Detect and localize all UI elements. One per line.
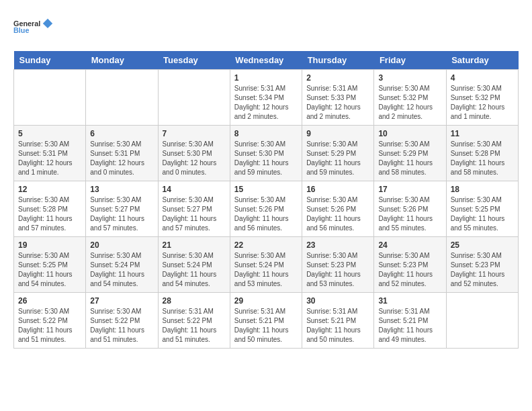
weekday-header: Monday [86,51,158,70]
calendar-cell: 15Sunrise: 5:30 AM Sunset: 5:26 PM Dayli… [230,181,302,237]
day-number: 15 [234,185,298,194]
weekday-header: Saturday [446,51,518,70]
day-info: Sunrise: 5:30 AM Sunset: 5:22 PM Dayligh… [90,307,153,345]
calendar-cell: 23Sunrise: 5:30 AM Sunset: 5:23 PM Dayli… [302,237,374,293]
calendar-cell: 4Sunrise: 5:30 AM Sunset: 5:32 PM Daylig… [446,70,518,126]
calendar-cell: 9Sunrise: 5:30 AM Sunset: 5:29 PM Daylig… [302,126,374,181]
day-info: Sunrise: 5:30 AM Sunset: 5:24 PM Dayligh… [90,251,153,289]
calendar-cell: 28Sunrise: 5:31 AM Sunset: 5:22 PM Dayli… [158,293,230,349]
day-number: 12 [18,185,81,194]
calendar-cell: 13Sunrise: 5:30 AM Sunset: 5:27 PM Dayli… [86,181,158,237]
day-number: 16 [306,185,369,194]
calendar-cell: 17Sunrise: 5:30 AM Sunset: 5:26 PM Dayli… [374,181,446,237]
calendar-cell: 2Sunrise: 5:31 AM Sunset: 5:33 PM Daylig… [302,70,374,126]
calendar-cell: 30Sunrise: 5:31 AM Sunset: 5:21 PM Dayli… [302,293,374,349]
day-info: Sunrise: 5:31 AM Sunset: 5:21 PM Dayligh… [234,307,298,345]
weekday-header: Tuesday [158,51,230,70]
calendar-week-row: 26Sunrise: 5:30 AM Sunset: 5:22 PM Dayli… [14,293,519,349]
day-info: Sunrise: 5:31 AM Sunset: 5:21 PM Dayligh… [378,307,441,345]
calendar-table: SundayMondayTuesdayWednesdayThursdayFrid… [13,51,519,349]
day-number: 19 [18,240,81,250]
day-info: Sunrise: 5:30 AM Sunset: 5:23 PM Dayligh… [451,251,514,289]
day-number: 5 [18,129,81,138]
calendar-cell: 27Sunrise: 5:30 AM Sunset: 5:22 PM Dayli… [86,293,158,349]
calendar-cell: 10Sunrise: 5:30 AM Sunset: 5:29 PM Dayli… [374,126,446,181]
calendar-body: 1Sunrise: 5:31 AM Sunset: 5:34 PM Daylig… [14,70,519,349]
calendar-cell: 3Sunrise: 5:30 AM Sunset: 5:32 PM Daylig… [374,70,446,126]
day-number: 20 [90,240,153,250]
day-info: Sunrise: 5:30 AM Sunset: 5:30 PM Dayligh… [234,140,298,177]
day-info: Sunrise: 5:30 AM Sunset: 5:29 PM Dayligh… [306,140,369,177]
day-number: 9 [306,129,369,138]
day-info: Sunrise: 5:30 AM Sunset: 5:23 PM Dayligh… [378,251,441,289]
calendar-cell: 20Sunrise: 5:30 AM Sunset: 5:24 PM Dayli… [86,237,158,293]
day-number: 31 [378,296,441,306]
calendar-cell: 5Sunrise: 5:30 AM Sunset: 5:31 PM Daylig… [14,126,86,181]
day-number: 28 [163,296,226,306]
day-info: Sunrise: 5:30 AM Sunset: 5:25 PM Dayligh… [18,251,81,289]
day-number: 8 [234,129,298,138]
page-header: General Blue [13,13,519,40]
calendar-cell: 11Sunrise: 5:30 AM Sunset: 5:28 PM Dayli… [446,126,518,181]
svg-text:Blue: Blue [13,26,29,34]
logo: General Blue [13,13,54,40]
calendar-cell: 6Sunrise: 5:30 AM Sunset: 5:31 PM Daylig… [86,126,158,181]
day-info: Sunrise: 5:31 AM Sunset: 5:22 PM Dayligh… [163,307,226,345]
day-number: 11 [451,129,514,138]
calendar-cell: 21Sunrise: 5:30 AM Sunset: 5:24 PM Dayli… [158,237,230,293]
calendar-cell [14,70,86,126]
day-info: Sunrise: 5:30 AM Sunset: 5:32 PM Dayligh… [378,84,441,122]
day-number: 17 [378,185,441,194]
day-number: 22 [234,240,298,250]
day-number: 7 [163,129,226,138]
day-number: 4 [451,73,514,83]
calendar-cell: 12Sunrise: 5:30 AM Sunset: 5:28 PM Dayli… [14,181,86,237]
day-number: 26 [18,296,81,306]
day-info: Sunrise: 5:30 AM Sunset: 5:27 PM Dayligh… [163,195,226,233]
calendar-cell: 24Sunrise: 5:30 AM Sunset: 5:23 PM Dayli… [374,237,446,293]
day-number: 27 [90,296,153,306]
logo-icon: General Blue [13,13,54,40]
day-number: 14 [163,185,226,194]
day-info: Sunrise: 5:30 AM Sunset: 5:26 PM Dayligh… [234,195,298,233]
day-number: 29 [234,296,298,306]
calendar-week-row: 12Sunrise: 5:30 AM Sunset: 5:28 PM Dayli… [14,181,519,237]
day-info: Sunrise: 5:30 AM Sunset: 5:26 PM Dayligh… [306,195,369,233]
calendar-week-row: 19Sunrise: 5:30 AM Sunset: 5:25 PM Dayli… [14,237,519,293]
day-info: Sunrise: 5:30 AM Sunset: 5:28 PM Dayligh… [18,195,81,233]
weekday-header: Sunday [14,51,86,70]
day-info: Sunrise: 5:30 AM Sunset: 5:31 PM Dayligh… [18,140,81,177]
day-number: 25 [451,240,514,250]
calendar-cell: 29Sunrise: 5:31 AM Sunset: 5:21 PM Dayli… [230,293,302,349]
day-number: 23 [306,240,369,250]
day-number: 21 [163,240,226,250]
day-number: 1 [234,73,298,83]
calendar-cell: 25Sunrise: 5:30 AM Sunset: 5:23 PM Dayli… [446,237,518,293]
day-info: Sunrise: 5:31 AM Sunset: 5:21 PM Dayligh… [306,307,369,345]
day-info: Sunrise: 5:30 AM Sunset: 5:22 PM Dayligh… [18,307,81,345]
day-number: 13 [90,185,153,194]
calendar-cell [86,70,158,126]
calendar-cell: 14Sunrise: 5:30 AM Sunset: 5:27 PM Dayli… [158,181,230,237]
day-info: Sunrise: 5:30 AM Sunset: 5:31 PM Dayligh… [90,140,153,177]
calendar-cell [158,70,230,126]
calendar-week-row: 5Sunrise: 5:30 AM Sunset: 5:31 PM Daylig… [14,126,519,181]
day-info: Sunrise: 5:31 AM Sunset: 5:33 PM Dayligh… [306,84,369,122]
weekday-header: Friday [374,51,446,70]
day-info: Sunrise: 5:30 AM Sunset: 5:29 PM Dayligh… [378,140,441,177]
day-info: Sunrise: 5:30 AM Sunset: 5:27 PM Dayligh… [90,195,153,233]
day-number: 24 [378,240,441,250]
day-info: Sunrise: 5:30 AM Sunset: 5:25 PM Dayligh… [451,195,514,233]
weekday-header: Thursday [302,51,374,70]
weekday-header: Wednesday [230,51,302,70]
calendar-cell [446,293,518,349]
day-info: Sunrise: 5:30 AM Sunset: 5:24 PM Dayligh… [234,251,298,289]
calendar-header-row: SundayMondayTuesdayWednesdayThursdayFrid… [14,51,519,70]
calendar-cell: 7Sunrise: 5:30 AM Sunset: 5:30 PM Daylig… [158,126,230,181]
day-number: 30 [306,296,369,306]
calendar-week-row: 1Sunrise: 5:31 AM Sunset: 5:34 PM Daylig… [14,70,519,126]
day-number: 3 [378,73,441,83]
calendar-cell: 18Sunrise: 5:30 AM Sunset: 5:25 PM Dayli… [446,181,518,237]
calendar-cell: 16Sunrise: 5:30 AM Sunset: 5:26 PM Dayli… [302,181,374,237]
day-number: 2 [306,73,369,83]
